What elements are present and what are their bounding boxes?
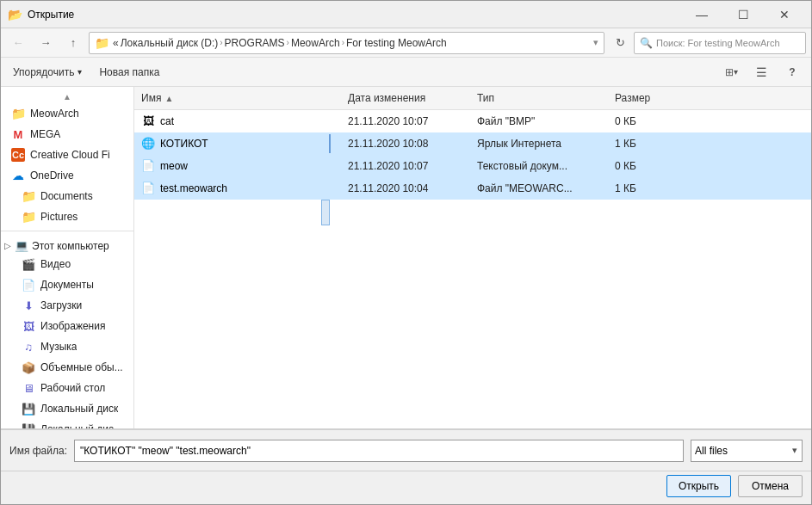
view-mode-button[interactable]: ⊞ ▾ [721,61,742,83]
sidebar-item-downloads[interactable]: ⬇ Загрузки [1,295,133,316]
addr-seg-4: For testing MeowArch [346,37,447,49]
disk-d-icon: 💾 [22,422,35,428]
col-header-type[interactable]: Тип [470,89,608,108]
sidebar-item-mega[interactable]: M MEGA [1,124,133,145]
address-dropdown-arrow: ▾ [593,37,598,48]
sidebar-item-music[interactable]: ♫ Музыка [1,336,133,357]
sidebar-item-documents[interactable]: 📁 Documents [1,186,133,206]
sidebar-item-meowarch[interactable]: 📁 MeowArch [1,103,133,124]
filetype-select[interactable]: All files [691,440,803,462]
organize-button[interactable]: Упорядочить ▾ [8,63,87,82]
sidebar-item-desktop[interactable]: 🖥 Рабочий стол [1,378,133,398]
creative-cloud-icon: Cc [11,148,25,162]
sidebar-item-label: Видео [40,258,71,270]
file-name-text: cat [160,115,174,127]
bottom-section: Имя файла: All files Открыть Отмена [1,428,811,504]
filename-label: Имя файла: [9,445,67,457]
downloads-icon: ⬇ [22,299,35,312]
sidebar-item-label: Этот компьютер [32,240,109,252]
new-folder-button[interactable]: Новая папка [94,63,164,82]
file-icon: 🌐 [141,137,155,151]
sidebar-item-label: Объемные обы... [40,361,123,373]
sidebar-item-disk-d[interactable]: 💾 Локальный дис... [1,419,133,428]
file-icon: 📄 [141,182,155,195]
file-type: Текстовый докум... [470,160,608,172]
forward-button[interactable]: → [34,32,58,54]
sidebar-item-documents2[interactable]: 📄 Документы [1,274,133,295]
disk-c-icon: 💾 [22,402,35,416]
view-arrow-icon: ▾ [734,67,738,77]
folder-icon: 📁 [11,107,25,120]
table-row[interactable]: 📄 test.meowarch 21.11.2020 10:04 Файл "M… [134,177,811,200]
address-bar[interactable]: 📁 « Локальный диск (D:) › PROGRAMS › Meo… [89,32,604,54]
expand-arrow-icon: ▷ [4,241,11,250]
file-date: 21.11.2020 10:04 [341,182,470,194]
file-table-header: Имя ▲ Дата изменения Тип Размер [134,87,811,110]
sidebar-item-disk-c[interactable]: 💾 Локальный диск [1,398,133,419]
sidebar-divider [1,231,133,231]
title-bar: 📂 Открытие — ☐ ✕ [1,1,811,28]
pane-button[interactable]: ☰ [749,61,773,83]
search-box[interactable]: 🔍 Поиск: For testing MeowArch [634,32,806,54]
documents-icon: 📄 [22,278,35,292]
filename-bar: Имя файла: All files [1,429,811,471]
file-size: 1 КБ [608,138,677,150]
close-button[interactable]: ✕ [765,2,804,28]
sidebar-item-video[interactable]: 🎬 Видео [1,254,133,274]
minimize-button[interactable]: — [682,2,722,28]
video-icon: 🎬 [22,257,35,271]
file-date: 21.11.2020 10:08 [341,138,470,150]
up-button[interactable]: ↑ [61,32,85,54]
col-header-date[interactable]: Дата изменения [341,89,470,108]
maximize-button[interactable]: ☐ [723,2,763,28]
sidebar-item-label: Изображения [40,320,105,332]
drag-selection-area [134,200,811,225]
computer-icon: 💻 [15,239,28,252]
sidebar-item-pictures[interactable]: 📁 Pictures [1,206,133,227]
file-icon: 🖼 [141,114,155,128]
sidebar-item-label: Creative Cloud Fi [30,149,110,161]
search-placeholder: Поиск: For testing MeowArch [656,38,780,48]
col-name-label: Имя [141,92,161,104]
sort-arrow-icon: ▲ [164,94,173,103]
addr-seg-0: « [113,37,119,49]
col-type-label: Тип [477,92,494,104]
addr-seg-1: Локальный диск (D:) [121,37,219,49]
sidebar-item-label: OneDrive [30,169,74,182]
col-header-size[interactable]: Размер [608,89,677,108]
sidebar-item-label: Pictures [40,211,77,223]
addr-seg-2: PROGRAMS [225,37,285,49]
help-button[interactable]: ? [780,61,804,83]
back-button[interactable]: ← [6,32,30,54]
col-date-label: Дата изменения [348,92,425,104]
table-row[interactable]: 📄 meow 21.11.2020 10:07 Текстовый докум.… [134,155,811,177]
file-size: 1 КБ [608,182,677,194]
cancel-button[interactable]: Отмена [738,475,803,497]
refresh-button[interactable]: ↻ [610,33,630,53]
sidebar-item-creative-cloud[interactable]: Cc Creative Cloud Fi [1,145,133,165]
sidebar-item-onedrive[interactable]: ☁ OneDrive [1,165,133,186]
file-date: 21.11.2020 10:07 [341,115,470,127]
sidebar-item-label: Локальный диск [40,403,118,415]
table-row[interactable]: 🖼 cat 21.11.2020 10:07 Файл "BMP" 0 КБ [134,110,811,132]
col-header-name[interactable]: Имя ▲ [134,89,341,108]
desktop-icon: 🖥 [22,381,35,395]
new-folder-label: Новая папка [99,66,159,78]
main-content: ▲ 📁 MeowArch M MEGA Cc Creative Cloud Fi… [1,87,811,428]
onedrive-icon: ☁ [11,169,25,182]
file-name-cell: 📄 meow [134,159,341,173]
folder-icon: 📁 [22,210,35,224]
file-name-text: test.meowarch [160,182,227,194]
file-type: Ярлык Интернета [470,138,608,150]
table-row[interactable]: 🌐 КОТИКОТ 21.11.2020 10:08 Ярлык Интерне… [134,132,811,155]
file-name-cell: 📄 test.meowarch [134,182,341,195]
filename-input[interactable] [74,440,684,462]
open-button[interactable]: Открыть [666,475,731,497]
filetype-select-wrapper: All files [691,440,803,462]
sidebar-item-images[interactable]: 🖼 Изображения [1,316,133,336]
sidebar-item-this-computer[interactable]: ▷ 💻 Этот компьютер [1,235,133,254]
file-name-cell: 🖼 cat [134,114,341,128]
dialog-icon: 📂 [8,8,22,22]
sidebar-item-3dobjects[interactable]: 📦 Объемные обы... [1,357,133,378]
file-pane-inner: Имя ▲ Дата изменения Тип Размер [134,87,811,428]
